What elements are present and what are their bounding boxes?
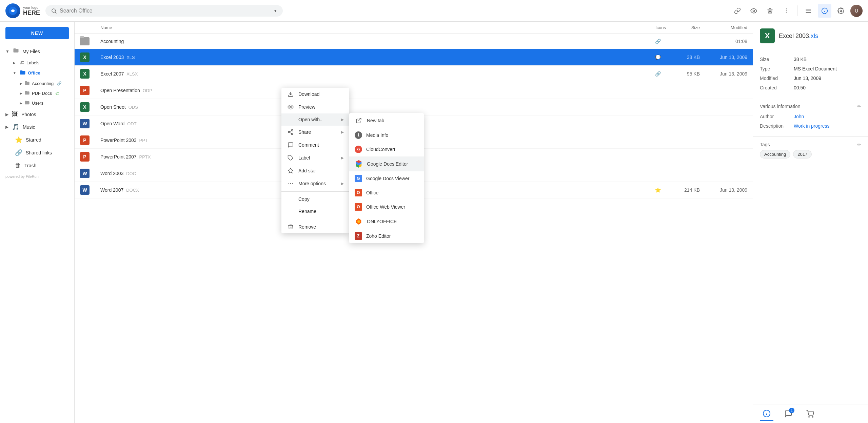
file-type-cell	[75, 34, 95, 49]
detail-filename-area: Excel 2003.xls	[779, 33, 818, 40]
search-dropdown-arrow[interactable]: ▼	[273, 8, 277, 13]
file-size-cell	[671, 149, 705, 165]
sidebar-item-my-files[interactable]: ▼ My Files	[0, 45, 72, 58]
ctx-more-options[interactable]: More options ▶	[281, 177, 349, 190]
sub-cloudconvert[interactable]: ♻ CloudConvert	[349, 142, 424, 156]
sub-google-docs-editor[interactable]: Google Docs Editor	[349, 156, 424, 171]
various-edit-icon[interactable]: ✏	[857, 104, 861, 109]
link-icon-btn[interactable]	[731, 4, 744, 18]
sub-media-info-label: Media Info	[366, 132, 388, 138]
svg-point-18	[288, 131, 290, 133]
ctx-label[interactable]: Label ▶	[281, 151, 349, 164]
sub-onlyoffice[interactable]: ONLYOFFICE	[349, 214, 424, 229]
new-button[interactable]: NEW	[5, 27, 69, 39]
svg-point-24	[289, 183, 289, 184]
top-actions: U	[731, 4, 863, 18]
list-view-btn[interactable]	[802, 4, 815, 18]
sub-zoho-editor-label: Zoho Editor	[366, 233, 391, 239]
ctx-add-star[interactable]: Add star	[281, 164, 349, 177]
file-date-cell: Jun 13, 2009	[705, 49, 753, 66]
tags-list: Accounting2017	[760, 150, 861, 158]
sidebar-label-accounting: Accounting	[32, 81, 54, 86]
tags-edit-icon[interactable]: ✏	[857, 142, 861, 147]
sub-zoho-editor[interactable]: Z Zoho Editor	[349, 229, 424, 243]
ctx-open-with[interactable]: Open with.. ▶	[281, 113, 349, 126]
content-area: Name Icons Size Modified Accounting 🔗 01…	[75, 22, 753, 423]
tag-item[interactable]: Accounting	[760, 150, 790, 158]
tag-item[interactable]: 2017	[793, 150, 812, 158]
ctx-open-with-arrow: ▶	[341, 117, 344, 122]
sidebar-item-starred[interactable]: ⭐ Starred	[0, 133, 72, 146]
ctx-download[interactable]: Download	[281, 88, 349, 101]
svg-line-27	[358, 118, 361, 121]
table-row[interactable]: P Open Presentation ODP	[75, 82, 753, 99]
preview-icon-btn[interactable]	[747, 4, 761, 18]
file-icons-cell	[644, 99, 671, 115]
pdf-tag-icon: 🏷	[55, 91, 59, 96]
ctx-preview[interactable]: Preview	[281, 101, 349, 113]
file-size-cell	[671, 115, 705, 132]
link-icon	[734, 7, 741, 14]
ctx-copy[interactable]: Copy	[281, 193, 349, 205]
sidebar-item-accounting[interactable]: ▶ Accounting 🔗	[0, 79, 74, 88]
sidebar-item-office[interactable]: ▼ Office	[0, 67, 74, 79]
file-size-cell	[671, 165, 705, 182]
sidebar-item-pdf-docs[interactable]: ▶ PDF Docs 🏷	[0, 88, 74, 98]
sub-office-web-viewer[interactable]: O Office Web Viewer	[349, 200, 424, 214]
sidebar-item-users[interactable]: ▶ Users	[0, 98, 74, 108]
file-type-cell: W	[75, 115, 95, 132]
info-icon	[821, 7, 828, 14]
user-avatar[interactable]: U	[850, 5, 863, 17]
photos-icon: 🖼	[12, 111, 18, 118]
sidebar-item-shared-links[interactable]: 🔗 Shared links	[0, 146, 72, 159]
ctx-comment[interactable]: Comment	[281, 139, 349, 151]
file-type-cell: P	[75, 82, 95, 99]
sidebar-item-trash[interactable]: 🗑 Trash	[0, 159, 72, 172]
file-icons-cell	[644, 132, 671, 149]
file-icons-cell	[644, 149, 671, 165]
gear-icon	[837, 7, 844, 14]
shared-link-icon: 🔗	[15, 149, 22, 156]
sub-google-docs-viewer[interactable]: G Google Docs Viewer	[349, 171, 424, 186]
author-value[interactable]: John	[794, 114, 804, 119]
sub-new-tab[interactable]: New tab	[349, 113, 424, 128]
detail-tab-comment[interactable]: 1	[782, 407, 795, 421]
search-input[interactable]	[60, 8, 271, 14]
search-bar[interactable]: ▼	[45, 5, 283, 17]
sub-office[interactable]: O Office	[349, 186, 424, 200]
svg-point-14	[840, 10, 842, 12]
table-row[interactable]: X Excel 2003 XLS 💬 38 KB Jun 13, 2009	[75, 49, 753, 66]
sidebar-item-music[interactable]: ▶ 🎵 Music	[0, 121, 72, 133]
file-icons-cell	[644, 115, 671, 132]
sidebar-item-photos[interactable]: ▶ 🖼 Photos	[0, 108, 72, 121]
tags-title: Tags ✏	[760, 142, 861, 147]
detail-tab-cart[interactable]	[803, 407, 817, 421]
delete-icon-btn[interactable]	[763, 4, 777, 18]
svg-point-5	[786, 8, 787, 9]
sidebar-item-labels[interactable]: ▶ 🏷 Labels	[0, 58, 74, 67]
table-row[interactable]: X Excel 2007 XLSX 🔗 95 KB Jun 13, 2009	[75, 66, 753, 82]
info-btn[interactable]	[818, 4, 831, 18]
ctx-remove[interactable]: Remove	[281, 220, 349, 233]
office-app-icon: O	[355, 189, 362, 196]
toggle-icon: ▼	[5, 49, 9, 54]
sidebar-label-music: Music	[23, 124, 35, 130]
description-value[interactable]: Work in progress	[794, 123, 830, 129]
detail-tab-info[interactable]	[760, 407, 773, 421]
file-date-cell	[705, 132, 753, 149]
table-row[interactable]: Accounting 🔗 01:08	[75, 34, 753, 49]
ctx-more-label: More options	[298, 181, 337, 186]
more-icon-btn[interactable]	[780, 4, 793, 18]
ctx-rename[interactable]: Rename	[281, 205, 349, 217]
users-toggle: ▶	[20, 101, 22, 105]
sidebar-label-my-files: My Files	[22, 49, 40, 54]
ctx-copy-label: Copy	[298, 196, 344, 202]
ctx-share[interactable]: Share ▶	[281, 126, 349, 139]
settings-btn[interactable]	[834, 4, 848, 18]
sub-media-info[interactable]: ℹ Media Info	[349, 128, 424, 142]
google-docs-editor-icon	[355, 160, 363, 168]
ctx-comment-icon	[287, 142, 294, 148]
ctx-open-with-label: Open with..	[298, 117, 337, 122]
file-type-cell: P	[75, 149, 95, 165]
file-icons-cell: ⭐	[644, 182, 671, 198]
